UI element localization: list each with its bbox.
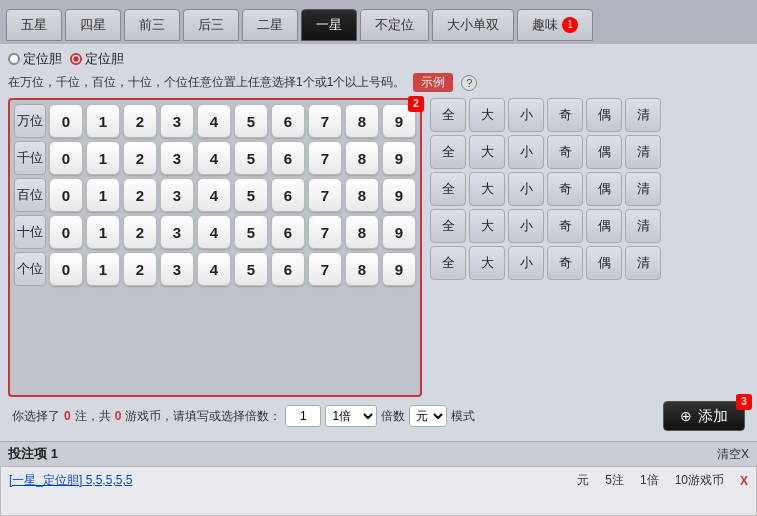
num-btn-q9[interactable]: 9 <box>382 141 416 175</box>
num-btn-w1[interactable]: 1 <box>86 104 120 138</box>
num-btn-s3[interactable]: 3 <box>160 215 194 249</box>
num-btn-g1[interactable]: 1 <box>86 252 120 286</box>
clear-button[interactable]: 清空X <box>717 446 749 463</box>
num-btn-b4[interactable]: 4 <box>197 178 231 212</box>
mode-select[interactable]: 元 角 分 <box>409 405 447 427</box>
num-btn-b1[interactable]: 1 <box>86 178 120 212</box>
num-btn-g9[interactable]: 9 <box>382 252 416 286</box>
quick-shiwei-all[interactable]: 全 <box>430 209 466 243</box>
num-btn-s1[interactable]: 1 <box>86 215 120 249</box>
radio-option-2[interactable]: 定位胆 <box>70 50 124 68</box>
quick-wanwei-big[interactable]: 大 <box>469 98 505 132</box>
num-btn-b9[interactable]: 9 <box>382 178 416 212</box>
row-label-wanwei[interactable]: 万位 <box>14 104 46 138</box>
tab-two-star[interactable]: 二星 <box>242 9 298 41</box>
row-label-shiwei[interactable]: 十位 <box>14 215 46 249</box>
tab-front-three[interactable]: 前三 <box>124 9 180 41</box>
num-btn-s7[interactable]: 7 <box>308 215 342 249</box>
quick-gewei-odd[interactable]: 奇 <box>547 246 583 280</box>
num-btn-s4[interactable]: 4 <box>197 215 231 249</box>
quick-qianwei-even[interactable]: 偶 <box>586 135 622 169</box>
quick-baiwei-clear[interactable]: 清 <box>625 172 661 206</box>
num-btn-b2[interactable]: 2 <box>123 178 157 212</box>
num-btn-g2[interactable]: 2 <box>123 252 157 286</box>
row-label-qianwei[interactable]: 千位 <box>14 141 46 175</box>
num-btn-g3[interactable]: 3 <box>160 252 194 286</box>
quick-wanwei-small[interactable]: 小 <box>508 98 544 132</box>
num-btn-b0[interactable]: 0 <box>49 178 83 212</box>
num-btn-b8[interactable]: 8 <box>345 178 379 212</box>
num-btn-q4[interactable]: 4 <box>197 141 231 175</box>
num-btn-s9[interactable]: 9 <box>382 215 416 249</box>
bet-type-label[interactable]: [一星_定位胆] 5,5,5,5,5 <box>9 472 132 489</box>
quick-wanwei-even[interactable]: 偶 <box>586 98 622 132</box>
num-btn-w0[interactable]: 0 <box>49 104 83 138</box>
quick-qianwei-odd[interactable]: 奇 <box>547 135 583 169</box>
num-btn-g0[interactable]: 0 <box>49 252 83 286</box>
num-btn-b5[interactable]: 5 <box>234 178 268 212</box>
num-btn-w5[interactable]: 5 <box>234 104 268 138</box>
num-btn-s0[interactable]: 0 <box>49 215 83 249</box>
tab-one-star[interactable]: 一星 <box>301 9 357 41</box>
num-btn-q7[interactable]: 7 <box>308 141 342 175</box>
tab-undefined[interactable]: 不定位 <box>360 9 429 41</box>
num-btn-q0[interactable]: 0 <box>49 141 83 175</box>
num-btn-w8[interactable]: 8 <box>345 104 379 138</box>
quick-baiwei-big[interactable]: 大 <box>469 172 505 206</box>
num-btn-g4[interactable]: 4 <box>197 252 231 286</box>
quick-shiwei-even[interactable]: 偶 <box>586 209 622 243</box>
num-btn-g5[interactable]: 5 <box>234 252 268 286</box>
row-label-gewei[interactable]: 个位 <box>14 252 46 286</box>
num-btn-s6[interactable]: 6 <box>271 215 305 249</box>
tab-four-star[interactable]: 四星 <box>65 9 121 41</box>
row-label-baiwei[interactable]: 百位 <box>14 178 46 212</box>
quick-qianwei-all[interactable]: 全 <box>430 135 466 169</box>
num-btn-s2[interactable]: 2 <box>123 215 157 249</box>
num-btn-w4[interactable]: 4 <box>197 104 231 138</box>
tab-back-three[interactable]: 后三 <box>183 9 239 41</box>
quick-gewei-clear[interactable]: 清 <box>625 246 661 280</box>
quick-gewei-even[interactable]: 偶 <box>586 246 622 280</box>
quick-baiwei-even[interactable]: 偶 <box>586 172 622 206</box>
num-btn-q3[interactable]: 3 <box>160 141 194 175</box>
tab-five-star[interactable]: 五星 <box>6 9 62 41</box>
num-btn-b3[interactable]: 3 <box>160 178 194 212</box>
tab-fun[interactable]: 趣味 1 <box>517 9 593 41</box>
quick-wanwei-clear[interactable]: 清 <box>625 98 661 132</box>
quick-gewei-small[interactable]: 小 <box>508 246 544 280</box>
quick-gewei-big[interactable]: 大 <box>469 246 505 280</box>
num-btn-w3[interactable]: 3 <box>160 104 194 138</box>
num-btn-w7[interactable]: 7 <box>308 104 342 138</box>
add-button[interactable]: ⊕ 添加 3 <box>663 401 745 431</box>
num-btn-b7[interactable]: 7 <box>308 178 342 212</box>
num-btn-g8[interactable]: 8 <box>345 252 379 286</box>
num-btn-w6[interactable]: 6 <box>271 104 305 138</box>
quick-baiwei-small[interactable]: 小 <box>508 172 544 206</box>
num-btn-s5[interactable]: 5 <box>234 215 268 249</box>
num-btn-q1[interactable]: 1 <box>86 141 120 175</box>
num-btn-s8[interactable]: 8 <box>345 215 379 249</box>
quick-shiwei-small[interactable]: 小 <box>508 209 544 243</box>
num-btn-g7[interactable]: 7 <box>308 252 342 286</box>
quick-shiwei-clear[interactable]: 清 <box>625 209 661 243</box>
num-btn-b6[interactable]: 6 <box>271 178 305 212</box>
quick-shiwei-big[interactable]: 大 <box>469 209 505 243</box>
quick-qianwei-clear[interactable]: 清 <box>625 135 661 169</box>
num-btn-q6[interactable]: 6 <box>271 141 305 175</box>
quick-wanwei-all[interactable]: 全 <box>430 98 466 132</box>
multiplier-select[interactable]: 1倍 2倍 3倍 5倍 10倍 <box>325 405 377 427</box>
num-btn-w2[interactable]: 2 <box>123 104 157 138</box>
tab-big-small[interactable]: 大小单双 <box>432 9 514 41</box>
quick-baiwei-all[interactable]: 全 <box>430 172 466 206</box>
quick-baiwei-odd[interactable]: 奇 <box>547 172 583 206</box>
quick-qianwei-small[interactable]: 小 <box>508 135 544 169</box>
quick-wanwei-odd[interactable]: 奇 <box>547 98 583 132</box>
num-btn-q2[interactable]: 2 <box>123 141 157 175</box>
quick-gewei-all[interactable]: 全 <box>430 246 466 280</box>
num-btn-g6[interactable]: 6 <box>271 252 305 286</box>
example-button[interactable]: 示例 <box>413 73 453 92</box>
num-btn-q8[interactable]: 8 <box>345 141 379 175</box>
multiplier-input[interactable] <box>285 405 321 427</box>
bet-remove-button[interactable]: X <box>740 474 748 488</box>
radio-option-1[interactable]: 定位胆 <box>8 50 62 68</box>
